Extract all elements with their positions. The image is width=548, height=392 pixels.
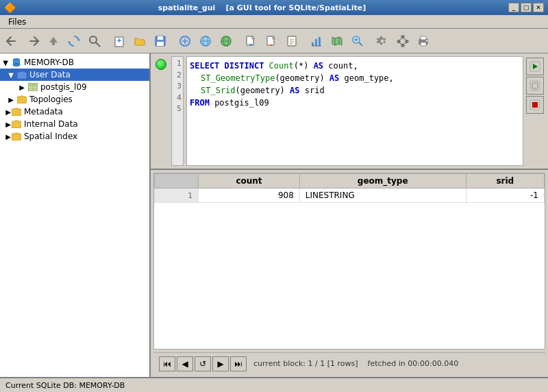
svg-rect-35	[406, 40, 408, 42]
toolbar-btn-save[interactable]	[151, 32, 170, 51]
toolbar-btn-back[interactable]	[3, 32, 22, 51]
internal-data-label: Internal Data	[24, 119, 149, 129]
sidebar-item-memory-db[interactable]: ▼ MEMORY-DB	[0, 56, 149, 69]
toolbar-btn-export[interactable]	[262, 32, 281, 51]
results-area: count geom_type srid 1 908 LINESTRING -1	[153, 173, 545, 350]
svg-point-47	[13, 64, 20, 66]
svg-point-0	[90, 36, 97, 43]
toolbar-btn-connect[interactable]	[175, 32, 195, 51]
toolbar-btn-doc[interactable]	[282, 32, 301, 51]
toolbar-btn-new-db[interactable]	[110, 32, 129, 51]
tree-arrow-user-data: ▼	[5, 71, 16, 79]
folder-icon-user-data	[16, 69, 27, 80]
sql-run-button[interactable]	[526, 58, 544, 75]
sidebar-item-user-data[interactable]: ▼ User Data	[0, 69, 149, 81]
toolbar-btn-network[interactable]	[393, 32, 412, 51]
pag-first-button[interactable]: ⏮	[159, 356, 175, 371]
folder-icon-spatial-index	[11, 131, 22, 142]
sql-editor[interactable]: SELECT DISTINCT Count(*) AS count, ST_Ge…	[186, 56, 523, 166]
maximize-button[interactable]: □	[521, 3, 532, 12]
toolbar-btn-search[interactable]	[85, 32, 104, 51]
sidebar: ▼ MEMORY-DB ▼ User Data ▶	[0, 53, 151, 377]
user-data-label: User Data	[29, 70, 149, 79]
col-header-count: count	[199, 174, 300, 188]
toolbar-btn-print[interactable]	[414, 32, 433, 51]
toolbar-btn-map[interactable]	[327, 32, 347, 51]
tree-arrow-postgis: ▶	[16, 84, 27, 91]
window-title: spatialite_gui [a GUI tool for SQLite/Sp…	[16, 3, 508, 12]
sidebar-item-topologies[interactable]: ▶ Topologies	[0, 93, 149, 106]
menu-bar: Files	[0, 15, 548, 29]
close-button[interactable]: ✕	[533, 3, 544, 12]
tree-arrow-metadata: ▶	[0, 108, 11, 116]
svg-rect-34	[397, 40, 400, 42]
status-bar: Current SQLite DB: MEMORY-DB	[0, 377, 548, 392]
window-controls[interactable]: _ □ ✕	[508, 3, 544, 12]
svg-rect-53	[28, 83, 38, 86]
tree-arrow-topologies: ▶	[5, 96, 16, 103]
postgis-label: postgis_l09	[40, 82, 149, 92]
run-indicator	[155, 59, 166, 70]
menu-files[interactable]: Files	[3, 16, 32, 28]
sql-editor-container: 1 2 3 4 5 SELECT DISTINCT Count(*) AS co…	[151, 53, 548, 170]
svg-rect-17	[288, 36, 296, 46]
pag-prev-button[interactable]: ◀	[177, 356, 193, 371]
sql-clear-button[interactable]	[526, 77, 544, 95]
cell-geom-type: LINESTRING	[299, 188, 466, 203]
metadata-label: Metadata	[24, 107, 149, 117]
table-icon-postgis	[27, 82, 38, 93]
toolbar-btn-globe2[interactable]	[216, 32, 236, 51]
toolbar-btn-refresh[interactable]	[64, 32, 84, 51]
svg-rect-21	[312, 42, 314, 46]
svg-rect-6	[158, 36, 163, 40]
tree-arrow-spatial-index: ▶	[0, 133, 11, 140]
svg-rect-33	[401, 36, 404, 38]
sql-side-buttons	[526, 56, 545, 166]
results-table: count geom_type srid 1 908 LINESTRING -1	[154, 173, 545, 203]
svg-rect-43	[421, 42, 426, 46]
toolbar-btn-forward[interactable]	[23, 32, 42, 51]
pagination-status: current block: 1 / 1 [1 rows] fetched in…	[253, 359, 458, 368]
toolbar-btn-world[interactable]	[196, 32, 215, 51]
svg-rect-7	[157, 42, 164, 46]
toolbar-btn-open-db[interactable]	[130, 32, 149, 51]
folder-icon-topologies	[16, 94, 27, 105]
toolbar-btn-import[interactable]	[241, 32, 260, 51]
svg-line-37	[399, 38, 403, 40]
sql-stop-button[interactable]	[526, 96, 544, 114]
pag-last-button[interactable]: ⏭	[230, 356, 247, 371]
pagination-bar: ⏮ ◀ ↺ ▶ ⏭ current block: 1 / 1 [1 rows] …	[153, 352, 545, 374]
tree-arrow-internal-data: ▶	[0, 121, 11, 128]
svg-rect-22	[315, 39, 317, 46]
svg-line-1	[96, 42, 100, 47]
sidebar-item-internal-data[interactable]: ▶ Internal Data	[0, 118, 149, 130]
sidebar-item-postgis[interactable]: ▶ postgis_l09	[0, 81, 149, 93]
row-number: 1	[155, 188, 199, 203]
sql-line-numbers: 1 2 3 4 5	[171, 56, 184, 166]
svg-rect-23	[319, 37, 321, 46]
sidebar-item-metadata[interactable]: ▶ Metadata	[0, 106, 149, 118]
folder-icon-internal-data	[11, 119, 22, 130]
pag-refresh-button[interactable]: ↺	[195, 356, 211, 371]
svg-line-39	[399, 42, 403, 45]
svg-rect-56	[532, 83, 538, 88]
row-num-header	[155, 174, 199, 188]
toolbar-btn-settings[interactable]	[373, 32, 392, 51]
title-bar: 🔶 spatialite_gui [a GUI tool for SQLite/…	[0, 0, 548, 15]
svg-rect-36	[401, 45, 404, 47]
minimize-button[interactable]: _	[508, 3, 519, 12]
sidebar-item-spatial-index[interactable]: ▶ Spatial Index	[0, 130, 149, 143]
svg-point-32	[380, 39, 384, 43]
col-header-srid: srid	[466, 174, 544, 188]
pag-next-button[interactable]: ▶	[212, 356, 229, 371]
toolbar-btn-up[interactable]	[44, 32, 63, 51]
svg-line-38	[403, 38, 407, 40]
toolbar	[0, 29, 548, 53]
toolbar-btn-chart[interactable]	[307, 32, 326, 51]
topologies-label: Topologies	[29, 95, 149, 104]
status-text: Current SQLite DB: MEMORY-DB	[5, 381, 125, 390]
tree-arrow-memory-db: ▼	[0, 59, 11, 66]
toolbar-btn-zoom[interactable]	[348, 32, 367, 51]
memory-db-label: MEMORY-DB	[24, 58, 149, 67]
folder-icon-metadata	[11, 106, 22, 117]
